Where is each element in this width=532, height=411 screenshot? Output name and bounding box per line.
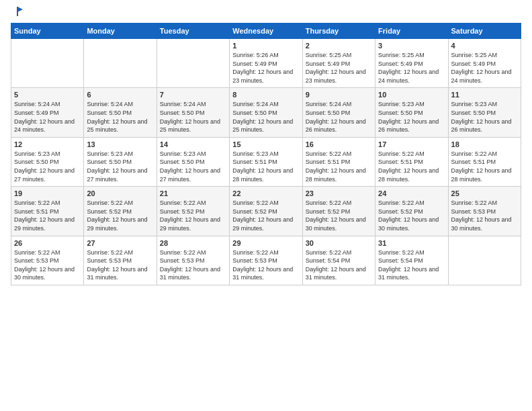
day-number: 17 (378, 140, 445, 148)
day-detail: Sunrise: 5:25 AM Sunset: 5:49 PM Dayligh… (451, 51, 518, 85)
calendar-cell: 8Sunrise: 5:24 AM Sunset: 5:50 PM Daylig… (230, 88, 302, 137)
calendar-cell: 3Sunrise: 5:25 AM Sunset: 5:49 PM Daylig… (375, 39, 448, 88)
calendar-week-row: 19Sunrise: 5:22 AM Sunset: 5:51 PM Dayli… (11, 187, 521, 236)
day-number: 30 (306, 239, 372, 247)
day-number: 14 (160, 140, 226, 148)
weekday-header-friday: Friday (375, 24, 448, 39)
calendar-cell: 29Sunrise: 5:22 AM Sunset: 5:53 PM Dayli… (230, 236, 302, 285)
day-number: 5 (14, 91, 81, 99)
calendar-cell: 27Sunrise: 5:22 AM Sunset: 5:53 PM Dayli… (84, 236, 157, 285)
calendar-cell: 16Sunrise: 5:22 AM Sunset: 5:51 PM Dayli… (302, 137, 375, 186)
calendar-cell: 30Sunrise: 5:22 AM Sunset: 5:54 PM Dayli… (302, 236, 375, 285)
day-detail: Sunrise: 5:24 AM Sunset: 5:50 PM Dayligh… (306, 100, 372, 134)
day-detail: Sunrise: 5:24 AM Sunset: 5:49 PM Dayligh… (14, 100, 81, 134)
day-number: 4 (451, 42, 518, 50)
svg-marker-0 (17, 7, 23, 12)
day-detail: Sunrise: 5:22 AM Sunset: 5:53 PM Dayligh… (451, 199, 518, 232)
day-detail: Sunrise: 5:24 AM Sunset: 5:50 PM Dayligh… (160, 100, 226, 134)
day-detail: Sunrise: 5:22 AM Sunset: 5:53 PM Dayligh… (160, 248, 226, 282)
weekday-header-thursday: Thursday (302, 24, 375, 39)
day-number: 1 (232, 42, 299, 50)
calendar-cell: 17Sunrise: 5:22 AM Sunset: 5:51 PM Dayli… (375, 137, 448, 186)
calendar-cell: 28Sunrise: 5:22 AM Sunset: 5:53 PM Dayli… (157, 236, 229, 285)
weekday-header-monday: Monday (84, 24, 157, 39)
calendar-week-row: 1Sunrise: 5:26 AM Sunset: 5:49 PM Daylig… (11, 39, 521, 88)
day-number: 9 (306, 91, 372, 99)
day-detail: Sunrise: 5:23 AM Sunset: 5:50 PM Dayligh… (378, 100, 445, 134)
calendar-cell (448, 236, 521, 285)
day-number: 23 (306, 189, 372, 197)
day-detail: Sunrise: 5:22 AM Sunset: 5:52 PM Dayligh… (378, 199, 445, 232)
day-number: 11 (451, 91, 518, 99)
day-number: 26 (14, 239, 81, 247)
calendar-cell: 21Sunrise: 5:22 AM Sunset: 5:52 PM Dayli… (157, 187, 229, 236)
day-detail: Sunrise: 5:23 AM Sunset: 5:50 PM Dayligh… (87, 150, 153, 183)
header (11, 7, 521, 19)
day-detail: Sunrise: 5:23 AM Sunset: 5:50 PM Dayligh… (14, 150, 81, 183)
calendar-week-row: 5Sunrise: 5:24 AM Sunset: 5:49 PM Daylig… (11, 88, 521, 137)
day-number: 10 (378, 91, 445, 99)
weekday-header-wednesday: Wednesday (230, 24, 302, 39)
calendar-week-row: 12Sunrise: 5:23 AM Sunset: 5:50 PM Dayli… (11, 137, 521, 186)
calendar-cell: 23Sunrise: 5:22 AM Sunset: 5:52 PM Dayli… (302, 187, 375, 236)
calendar-cell (11, 39, 84, 88)
day-detail: Sunrise: 5:24 AM Sunset: 5:50 PM Dayligh… (232, 100, 299, 134)
weekday-header-saturday: Saturday (448, 24, 521, 39)
calendar-cell: 31Sunrise: 5:22 AM Sunset: 5:54 PM Dayli… (375, 236, 448, 285)
logo-flag-icon (12, 5, 24, 17)
calendar-cell: 6Sunrise: 5:24 AM Sunset: 5:50 PM Daylig… (84, 88, 157, 137)
weekday-header-sunday: Sunday (11, 24, 84, 39)
day-number: 2 (306, 42, 372, 50)
day-number: 8 (232, 91, 299, 99)
calendar-cell: 9Sunrise: 5:24 AM Sunset: 5:50 PM Daylig… (302, 88, 375, 137)
day-number: 12 (14, 140, 81, 148)
calendar-cell: 26Sunrise: 5:22 AM Sunset: 5:53 PM Dayli… (11, 236, 84, 285)
calendar-cell: 24Sunrise: 5:22 AM Sunset: 5:52 PM Dayli… (375, 187, 448, 236)
day-number: 25 (451, 189, 518, 197)
day-detail: Sunrise: 5:22 AM Sunset: 5:51 PM Dayligh… (306, 150, 372, 183)
calendar-cell: 13Sunrise: 5:23 AM Sunset: 5:50 PM Dayli… (84, 137, 157, 186)
day-number: 6 (87, 91, 153, 99)
day-detail: Sunrise: 5:22 AM Sunset: 5:53 PM Dayligh… (232, 248, 299, 282)
day-number: 20 (87, 189, 153, 197)
day-number: 21 (160, 189, 226, 197)
day-detail: Sunrise: 5:26 AM Sunset: 5:49 PM Dayligh… (232, 51, 299, 85)
calendar-cell (157, 39, 229, 88)
day-detail: Sunrise: 5:22 AM Sunset: 5:54 PM Dayligh… (306, 248, 372, 282)
day-detail: Sunrise: 5:24 AM Sunset: 5:50 PM Dayligh… (87, 100, 153, 134)
weekday-header-tuesday: Tuesday (157, 24, 229, 39)
day-number: 24 (378, 189, 445, 197)
calendar-week-row: 26Sunrise: 5:22 AM Sunset: 5:53 PM Dayli… (11, 236, 521, 285)
day-detail: Sunrise: 5:22 AM Sunset: 5:51 PM Dayligh… (378, 150, 445, 183)
calendar-header-row: SundayMondayTuesdayWednesdayThursdayFrid… (11, 24, 521, 39)
day-detail: Sunrise: 5:25 AM Sunset: 5:49 PM Dayligh… (306, 51, 372, 85)
day-number: 31 (378, 239, 445, 247)
day-detail: Sunrise: 5:23 AM Sunset: 5:50 PM Dayligh… (451, 100, 518, 134)
calendar-cell: 10Sunrise: 5:23 AM Sunset: 5:50 PM Dayli… (375, 88, 448, 137)
day-detail: Sunrise: 5:22 AM Sunset: 5:53 PM Dayligh… (14, 248, 81, 282)
day-number: 27 (87, 239, 153, 247)
day-detail: Sunrise: 5:22 AM Sunset: 5:53 PM Dayligh… (87, 248, 153, 282)
calendar-cell: 12Sunrise: 5:23 AM Sunset: 5:50 PM Dayli… (11, 137, 84, 186)
day-detail: Sunrise: 5:22 AM Sunset: 5:52 PM Dayligh… (87, 199, 153, 232)
day-number: 29 (232, 239, 299, 247)
calendar-table: SundayMondayTuesdayWednesdayThursdayFrid… (11, 23, 521, 285)
day-detail: Sunrise: 5:22 AM Sunset: 5:52 PM Dayligh… (160, 199, 226, 232)
calendar-cell (84, 39, 157, 88)
calendar-cell: 22Sunrise: 5:22 AM Sunset: 5:52 PM Dayli… (230, 187, 302, 236)
day-number: 19 (14, 189, 81, 197)
logo (11, 7, 24, 19)
day-number: 7 (160, 91, 226, 99)
day-number: 16 (306, 140, 372, 148)
day-detail: Sunrise: 5:22 AM Sunset: 5:52 PM Dayligh… (306, 199, 372, 232)
day-detail: Sunrise: 5:22 AM Sunset: 5:52 PM Dayligh… (232, 199, 299, 232)
calendar-cell: 25Sunrise: 5:22 AM Sunset: 5:53 PM Dayli… (448, 187, 521, 236)
day-number: 22 (232, 189, 299, 197)
day-detail: Sunrise: 5:22 AM Sunset: 5:51 PM Dayligh… (14, 199, 81, 232)
day-detail: Sunrise: 5:22 AM Sunset: 5:51 PM Dayligh… (451, 150, 518, 183)
calendar-cell: 14Sunrise: 5:23 AM Sunset: 5:50 PM Dayli… (157, 137, 229, 186)
day-number: 13 (87, 140, 153, 148)
calendar-cell: 20Sunrise: 5:22 AM Sunset: 5:52 PM Dayli… (84, 187, 157, 236)
calendar-cell: 15Sunrise: 5:23 AM Sunset: 5:51 PM Dayli… (230, 137, 302, 186)
day-number: 3 (378, 42, 445, 50)
